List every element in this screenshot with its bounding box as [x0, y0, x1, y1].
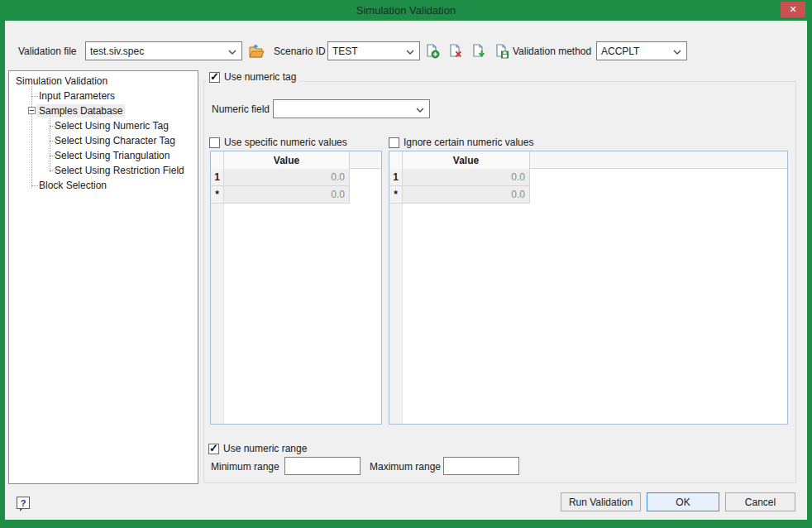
row-header-gutter: [389, 204, 403, 424]
value-column-header: Value: [224, 151, 350, 169]
checkbox-unchecked-icon[interactable]: [389, 137, 399, 148]
save-scenario-button[interactable]: [493, 42, 511, 60]
value-cell[interactable]: 0.0: [224, 169, 350, 186]
delete-scenario-icon: [448, 44, 463, 59]
cancel-button[interactable]: Cancel: [725, 492, 795, 511]
help-icon: ?: [21, 498, 26, 508]
open-folder-icon: [249, 45, 265, 59]
validation-method-combobox[interactable]: ACCPLT: [596, 41, 687, 60]
save-scenario-icon: [494, 44, 509, 59]
validation-method-label: Validation method: [513, 46, 591, 57]
scenario-id-label: Scenario ID: [274, 46, 326, 57]
table-header-row: Value: [211, 151, 381, 169]
specific-values-table[interactable]: Value 1 0.0 * 0.0: [210, 151, 382, 425]
validation-file-combobox[interactable]: test.siv.spec: [85, 41, 242, 60]
ignore-certain-numeric-values-checkbox[interactable]: Ignore certain numeric values: [389, 137, 533, 148]
tree-item-select-using-restriction-field[interactable]: Select Using Restriction Field: [9, 163, 198, 178]
tree-item-block-selection[interactable]: Block Selection: [9, 178, 198, 193]
maximum-range-input[interactable]: [443, 457, 519, 475]
use-numeric-tag-label: Use numeric tag: [224, 71, 296, 83]
row-header: *: [211, 186, 224, 204]
checkbox-checked-icon[interactable]: [209, 72, 220, 83]
chevron-down-icon: [228, 50, 236, 55]
chevron-down-icon: [406, 50, 414, 55]
tree-item-select-using-numeric-tag[interactable]: Select Using Numeric Tag: [9, 118, 198, 133]
validation-file-label: Validation file: [18, 46, 77, 57]
minimum-range-input[interactable]: [284, 457, 361, 475]
minimum-range-label: Minimum range: [211, 461, 279, 473]
validation-method-value: ACCPLT: [601, 46, 639, 57]
collapse-expander-icon[interactable]: [28, 107, 36, 114]
ignore-certain-numeric-values-label: Ignore certain numeric values: [404, 137, 533, 148]
value-cell[interactable]: 0.0: [224, 186, 350, 204]
use-numeric-range-checkbox[interactable]: Use numeric range: [208, 443, 307, 454]
row-header: *: [389, 186, 403, 204]
scenario-id-value: TEST: [332, 46, 358, 57]
table-header-row: Value: [389, 151, 787, 169]
table-row[interactable]: 1 0.0: [211, 169, 381, 186]
tree-item-samples-database[interactable]: Samples Database: [9, 103, 198, 118]
use-numeric-tag-checkbox[interactable]: Use numeric tag: [206, 71, 299, 83]
checkbox-checked-icon[interactable]: [208, 444, 219, 454]
row-header-gutter: [211, 204, 224, 424]
value-cell[interactable]: 0.0: [403, 186, 530, 204]
value-column-header: Value: [403, 151, 530, 169]
help-button[interactable]: ?: [17, 497, 30, 509]
close-icon: ✕: [789, 4, 796, 15]
navigation-tree: Simulation Validation Input Parameters S…: [8, 70, 198, 484]
import-scenario-icon: [471, 44, 486, 59]
titlebar: Simulation Validation: [0, 0, 812, 21]
value-cell[interactable]: 0.0: [403, 169, 530, 186]
use-numeric-range-label: Use numeric range: [223, 443, 307, 454]
tree-item-input-parameters[interactable]: Input Parameters: [9, 89, 198, 103]
tree-item-select-using-character-tag[interactable]: Select Using Character Tag: [9, 133, 198, 148]
tree-item-simulation-validation[interactable]: Simulation Validation: [9, 74, 198, 89]
row-header: 1: [389, 169, 403, 186]
table-corner-cell: [389, 151, 403, 169]
table-row[interactable]: 1 0.0: [389, 169, 787, 186]
table-row[interactable]: * 0.0: [389, 186, 787, 204]
numeric-field-label: Numeric field: [212, 103, 270, 115]
window-title: Simulation Validation: [356, 4, 456, 17]
delete-scenario-button[interactable]: [447, 42, 465, 60]
validation-file-value: test.siv.spec: [90, 46, 144, 57]
scenario-id-combobox[interactable]: TEST: [327, 41, 420, 60]
row-header: 1: [211, 169, 224, 186]
checkbox-unchecked-icon[interactable]: [209, 137, 220, 148]
chevron-down-icon: [416, 108, 424, 113]
tree-item-select-using-triangulation[interactable]: Select Using Triangulation: [9, 148, 198, 163]
use-specific-numeric-values-label: Use specific numeric values: [224, 137, 347, 148]
close-button[interactable]: ✕: [781, 2, 805, 17]
ignore-values-table[interactable]: Value 1 0.0 * 0.0: [389, 151, 788, 425]
add-scenario-icon: [425, 44, 440, 59]
table-row[interactable]: * 0.0: [211, 186, 381, 204]
use-specific-numeric-values-checkbox[interactable]: Use specific numeric values: [209, 137, 347, 148]
chevron-down-icon: [673, 50, 681, 55]
numeric-field-combobox[interactable]: [273, 99, 430, 118]
open-file-button[interactable]: [247, 42, 265, 60]
run-validation-button[interactable]: Run Validation: [561, 492, 641, 511]
add-scenario-button[interactable]: [423, 42, 442, 60]
import-scenario-button[interactable]: [470, 42, 488, 60]
maximum-range-label: Maximum range: [370, 461, 441, 473]
table-corner-cell: [211, 151, 224, 169]
ok-button[interactable]: OK: [647, 492, 719, 511]
